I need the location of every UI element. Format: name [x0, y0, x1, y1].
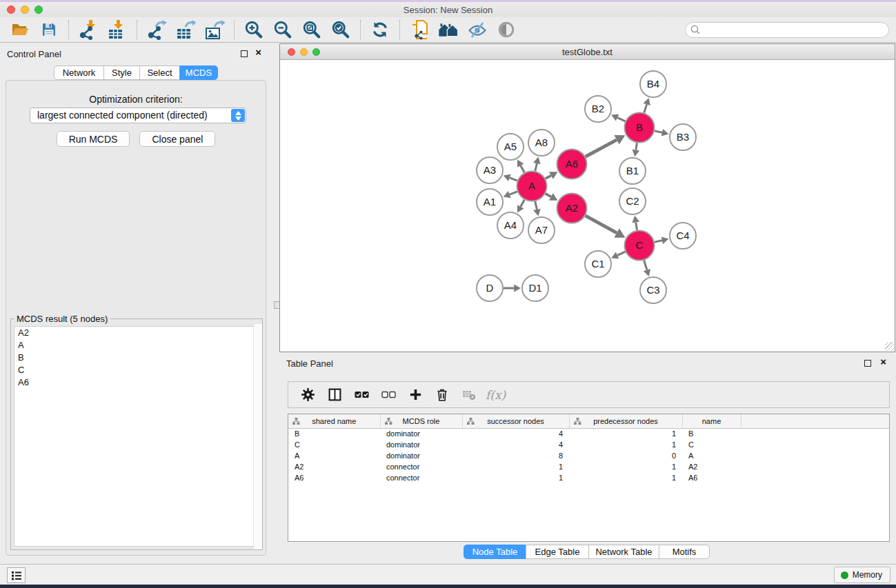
- add-column-icon[interactable]: [405, 385, 426, 405]
- table-row[interactable]: Bdominator41B: [288, 428, 889, 439]
- resize-grip-icon[interactable]: [885, 342, 894, 351]
- tab-style[interactable]: Style: [103, 65, 140, 80]
- table-toolbar: f(x): [288, 381, 890, 408]
- graph-edge-C-C4[interactable]: [655, 241, 662, 242]
- table-row[interactable]: Cdominator41C: [288, 439, 889, 450]
- result-item[interactable]: A2: [14, 327, 259, 339]
- result-scrollbar[interactable]: [253, 324, 262, 549]
- column-header-predecessor-nodes[interactable]: predecessor nodes: [569, 414, 682, 428]
- graph-edge-A2-C[interactable]: [586, 216, 617, 233]
- column-header-name[interactable]: name: [682, 414, 741, 428]
- home-icon[interactable]: [437, 19, 459, 40]
- import-table-icon[interactable]: [106, 19, 128, 40]
- graph-edge-A-A3[interactable]: [510, 178, 517, 181]
- export-table-icon[interactable]: [175, 19, 197, 40]
- result-item[interactable]: C: [14, 364, 259, 376]
- column-header-shared-name[interactable]: shared name: [288, 414, 380, 428]
- zoom-fit-icon[interactable]: [301, 19, 323, 40]
- close-panel-button[interactable]: Close panel: [139, 131, 215, 147]
- graph-edge-C-C2[interactable]: [636, 222, 637, 230]
- graph-edge-A-A6[interactable]: [546, 176, 551, 179]
- mcds-result-list[interactable]: A2ABCA6: [14, 326, 259, 547]
- table-row[interactable]: A6connector11A6: [288, 472, 889, 483]
- table-row[interactable]: Adominator80A: [288, 450, 889, 461]
- run-mcds-button[interactable]: Run MCDS: [57, 131, 130, 147]
- node-table-body: Bdominator41BCdominator41CAdominator80AA…: [288, 428, 889, 483]
- graph-arrowhead: [632, 216, 639, 223]
- result-item[interactable]: A: [14, 339, 259, 352]
- select-all-checked-icon[interactable]: [351, 385, 372, 405]
- search-icon: [690, 24, 701, 35]
- graph-edge-B-B3[interactable]: [655, 131, 662, 132]
- graph-node-label: C: [636, 239, 644, 251]
- tab-mcds[interactable]: MCDS: [179, 65, 218, 80]
- float-panel-icon[interactable]: [241, 50, 248, 57]
- status-bar: Memory: [0, 564, 896, 585]
- graph-edge-A-A2[interactable]: [546, 194, 551, 197]
- tab-edge-table[interactable]: Edge Table: [526, 545, 589, 559]
- export-image-icon[interactable]: [203, 19, 226, 40]
- search-field[interactable]: [685, 22, 889, 38]
- search-input[interactable]: [701, 23, 888, 37]
- column-header-successor-nodes[interactable]: successor nodes: [462, 414, 569, 428]
- column-header-mcds-role[interactable]: MCDS role: [380, 414, 462, 428]
- mcds-buttons: Run MCDS Close panel: [6, 131, 266, 147]
- close-panel-icon[interactable]: ×: [255, 47, 261, 58]
- gear-icon[interactable]: [297, 385, 318, 405]
- clone-network-icon[interactable]: [408, 19, 430, 40]
- network-canvas[interactable]: AA1A2A3A4A5A6A7A8BB1B2B3B4CC1C2C3C4DD1: [280, 61, 895, 352]
- tab-node-table[interactable]: Node Table: [464, 545, 526, 559]
- network-graph[interactable]: AA1A2A3A4A5A6A7A8BB1B2B3B4CC1C2C3C4DD1: [280, 61, 895, 353]
- graph-edge-C-C3[interactable]: [644, 261, 647, 270]
- zoom-selected-icon[interactable]: [330, 19, 352, 40]
- graph-edge-C-C1[interactable]: [617, 252, 625, 255]
- table-header-row: shared name MCDS role succ: [288, 414, 889, 428]
- zoom-in-icon[interactable]: [243, 19, 265, 40]
- float-panel-icon[interactable]: [864, 360, 871, 367]
- graph-edge-B-B2[interactable]: [617, 118, 625, 121]
- tab-network-table[interactable]: Network Table: [588, 545, 659, 559]
- close-panel-icon[interactable]: ×: [880, 356, 886, 367]
- zoom-out-icon[interactable]: [272, 19, 294, 40]
- save-icon[interactable]: [38, 19, 60, 40]
- graph-node-label: A2: [566, 202, 578, 214]
- graph-edge-A-A5[interactable]: [521, 165, 525, 172]
- network-column-icon: [292, 418, 300, 426]
- graph-node-label: C3: [646, 284, 659, 296]
- refresh-icon[interactable]: [369, 19, 391, 40]
- memory-button[interactable]: Memory: [834, 567, 890, 583]
- columns-icon[interactable]: [324, 385, 345, 405]
- graph-arrowhead: [633, 150, 640, 157]
- open-folder-icon[interactable]: [9, 19, 31, 40]
- delete-table-icon[interactable]: [459, 385, 479, 405]
- eye-icon[interactable]: [495, 19, 517, 40]
- graph-node-label: A8: [535, 136, 548, 148]
- graph-edge-A6-B[interactable]: [586, 140, 617, 156]
- mcds-panel: Optimization criterion: largest connecte…: [6, 80, 266, 556]
- task-history-button[interactable]: [7, 567, 26, 583]
- tab-motifs[interactable]: Motifs: [659, 545, 710, 559]
- list-icon: [11, 570, 22, 581]
- graph-edge-B-B4[interactable]: [644, 104, 647, 112]
- function-builder-icon[interactable]: f(x): [486, 385, 506, 405]
- graph-edge-A-A7[interactable]: [535, 201, 537, 210]
- optimization-criterion-value: largest connected component (directed): [37, 110, 208, 121]
- trash-icon[interactable]: [432, 385, 452, 405]
- tab-select[interactable]: Select: [139, 65, 180, 80]
- result-item[interactable]: A6: [14, 376, 259, 389]
- graph-node-label: B4: [647, 78, 659, 90]
- tab-network[interactable]: Network: [54, 65, 104, 80]
- graph-edge-A-A8[interactable]: [535, 163, 537, 171]
- graph-edge-A-A4[interactable]: [521, 200, 525, 207]
- graph-edge-B-B1[interactable]: [636, 143, 637, 150]
- table-row[interactable]: A2connector11A2: [288, 461, 889, 472]
- optimization-criterion-select[interactable]: largest connected component (directed): [30, 108, 246, 123]
- export-network-icon[interactable]: [146, 19, 168, 40]
- result-item[interactable]: B: [14, 352, 259, 364]
- graph-edge-A-A1[interactable]: [510, 192, 517, 194]
- hide-eye-icon[interactable]: [466, 19, 488, 40]
- network-column-icon: [385, 418, 392, 426]
- import-network-icon[interactable]: [77, 19, 99, 40]
- toolbar-separator: [68, 20, 69, 39]
- deselect-all-icon[interactable]: [378, 385, 399, 405]
